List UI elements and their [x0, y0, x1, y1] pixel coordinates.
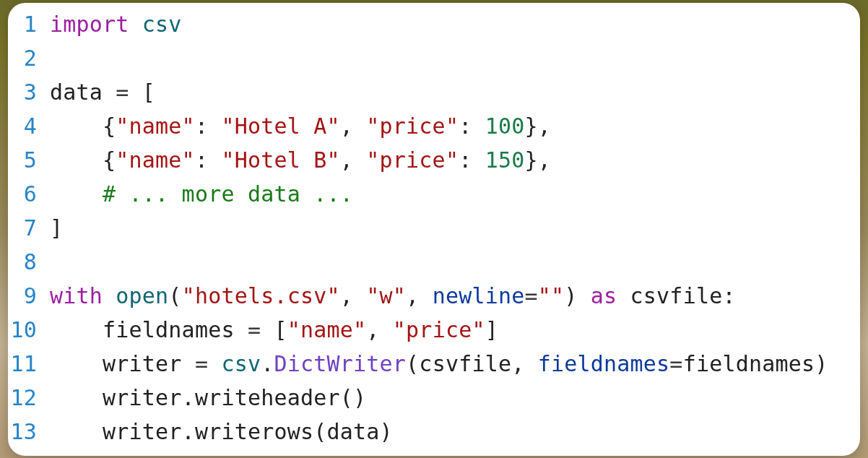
- token: ]: [50, 215, 63, 241]
- token: "price": [393, 317, 485, 342]
- token: "hotels.csv": [182, 283, 340, 308]
- code-content: ]: [50, 211, 860, 245]
- token: ,: [340, 113, 367, 139]
- token: csv: [142, 12, 182, 37]
- token: "Hotel B": [221, 147, 339, 173]
- token: {: [50, 113, 116, 139]
- token: },: [524, 147, 551, 173]
- token: "name": [116, 113, 195, 139]
- line-number: 6: [8, 177, 50, 211]
- token: .: [261, 351, 274, 376]
- line-number: 10: [8, 313, 50, 347]
- token: csvfile:: [617, 283, 735, 308]
- token: ,: [340, 147, 367, 173]
- line-number: 3: [8, 75, 50, 109]
- token: ,: [340, 283, 367, 308]
- token: "name": [116, 147, 195, 173]
- code-line: 13 writer.writerows(data): [8, 415, 860, 449]
- code-content: # ... more data ...: [50, 177, 860, 211]
- line-number: 9: [8, 279, 50, 313]
- line-number: 8: [8, 245, 50, 279]
- token: [208, 351, 221, 376]
- token: newline: [433, 283, 525, 308]
- token: [: [261, 317, 287, 342]
- code-line: 8: [8, 245, 860, 279]
- code-line: 3data = [: [8, 75, 860, 109]
- token: "Hotel A": [221, 113, 339, 139]
- token: 150: [485, 147, 525, 173]
- token: :: [459, 147, 485, 173]
- line-number: 7: [8, 211, 50, 245]
- token: (: [168, 283, 181, 308]
- token: csv: [221, 351, 261, 376]
- code-content: {"name": "Hotel B", "price": 150},: [50, 143, 860, 177]
- code-line: 11 writer = csv.DictWriter(csvfile, fiel…: [8, 347, 860, 381]
- line-number: 4: [8, 109, 50, 143]
- token: writer.writerows(data): [50, 419, 393, 444]
- token: fieldnames: [50, 317, 248, 342]
- token: [129, 12, 142, 37]
- token: ): [564, 283, 591, 308]
- code-line: 12 writer.writeheader(): [8, 381, 860, 415]
- token: writer.writeheader(): [50, 385, 366, 410]
- token: "price": [366, 113, 459, 139]
- token: [103, 283, 116, 308]
- token: =: [195, 351, 208, 376]
- token: DictWriter: [274, 351, 406, 376]
- code-line: 4 {"name": "Hotel A", "price": 100},: [8, 109, 860, 143]
- code-content: fieldnames = ["name", "price"]: [50, 313, 860, 347]
- token: [50, 181, 103, 207]
- code-content: writer.writeheader(): [50, 381, 860, 415]
- code-line: 10 fieldnames = ["name", "price"]: [8, 313, 860, 347]
- code-line: 9with open("hotels.csv", "w", newline=""…: [8, 279, 860, 313]
- token: ,: [366, 317, 393, 342]
- token: ,: [406, 283, 433, 308]
- code-content: writer.writerows(data): [50, 415, 860, 449]
- line-number: 1: [8, 7, 50, 41]
- code-line: 7]: [8, 211, 860, 245]
- line-number: 11: [8, 347, 50, 381]
- token: writer: [50, 351, 195, 376]
- code-line: 5 {"name": "Hotel B", "price": 150},: [8, 143, 860, 177]
- token: },: [524, 113, 551, 139]
- token: fieldnames): [683, 351, 828, 376]
- code-content: data = [: [50, 75, 860, 109]
- line-number: 2: [8, 41, 50, 75]
- token: # ... more data ...: [103, 181, 353, 207]
- code-content: writer = csv.DictWriter(csvfile, fieldna…: [50, 347, 860, 381]
- token: open: [116, 283, 168, 308]
- token: =: [669, 351, 682, 376]
- token: 100: [485, 113, 525, 139]
- token: "price": [366, 147, 459, 173]
- token: {: [50, 147, 116, 173]
- token: =: [248, 317, 261, 342]
- token: "w": [366, 283, 406, 308]
- code-content: import csv: [50, 7, 860, 41]
- token: =: [524, 283, 537, 308]
- code-content: {"name": "Hotel A", "price": 100},: [50, 109, 860, 143]
- token: :: [195, 147, 222, 173]
- line-number: 13: [8, 415, 50, 449]
- token: as: [591, 283, 617, 308]
- code-block: 1import csv23data = [4 {"name": "Hotel A…: [8, 3, 860, 456]
- token: data: [50, 79, 116, 105]
- line-number: 12: [8, 381, 50, 415]
- token: with: [50, 283, 103, 308]
- token: =: [116, 79, 129, 105]
- token: :: [195, 113, 222, 139]
- line-number: 5: [8, 143, 50, 177]
- code-line: 6 # ... more data ...: [8, 177, 860, 211]
- code-content: with open("hotels.csv", "w", newline="")…: [50, 279, 860, 313]
- token: import: [50, 12, 129, 37]
- code-line: 2: [8, 41, 860, 75]
- token: ]: [485, 317, 498, 342]
- token: :: [459, 113, 485, 139]
- token: fieldnames: [538, 351, 670, 376]
- token: [: [129, 79, 156, 105]
- token: (csvfile,: [406, 351, 538, 376]
- code-line: 1import csv: [8, 7, 860, 41]
- token: "": [538, 283, 565, 308]
- token: "name": [287, 317, 367, 342]
